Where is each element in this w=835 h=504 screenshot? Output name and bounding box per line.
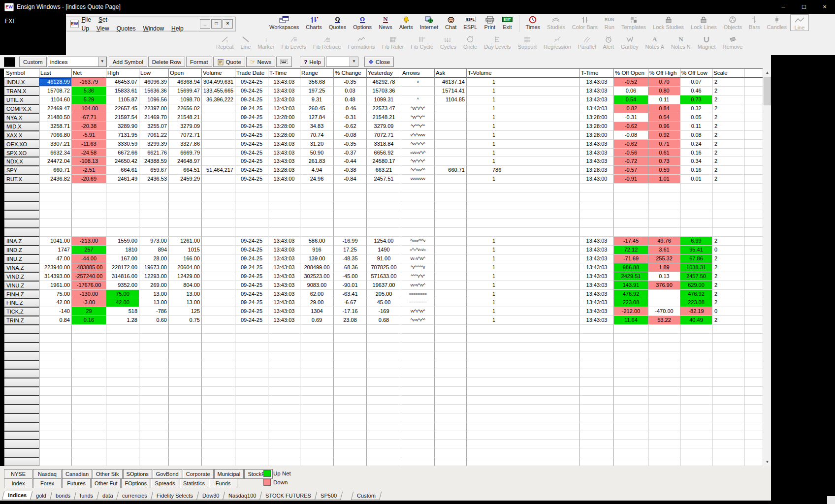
cell-t-volume[interactable] bbox=[467, 210, 580, 219]
cell-arrows[interactable]: ======== bbox=[401, 290, 435, 299]
cell-low[interactable]: 13.00 bbox=[139, 290, 169, 299]
cell-volume[interactable] bbox=[202, 325, 235, 334]
cell-net[interactable] bbox=[72, 413, 106, 422]
cell-net[interactable] bbox=[72, 378, 106, 387]
cell-t-volume[interactable]: 1 bbox=[467, 263, 580, 272]
cell-t-time[interactable] bbox=[268, 431, 300, 440]
cell-t-volume[interactable] bbox=[467, 219, 580, 228]
cell-range[interactable]: 24.96 bbox=[300, 175, 334, 184]
cell-high[interactable]: 6672.66 bbox=[106, 149, 139, 158]
cell-ask[interactable] bbox=[435, 457, 467, 466]
cell-volume[interactable] bbox=[202, 104, 235, 113]
cell-t-time[interactable] bbox=[580, 422, 614, 431]
cell-t-time[interactable]: 13:43:03 bbox=[580, 95, 614, 104]
cell--off-open[interactable]: 0.54 bbox=[614, 95, 648, 104]
cell-arrows[interactable] bbox=[401, 448, 435, 457]
cell-open[interactable]: 1098.70 bbox=[169, 95, 202, 104]
col-header-arrows[interactable]: Arrows bbox=[401, 69, 435, 78]
cell--off-low[interactable] bbox=[680, 431, 712, 440]
cell-t-volume[interactable]: 1 bbox=[467, 246, 580, 254]
cell-symbol[interactable] bbox=[4, 210, 39, 219]
cell-t-volume[interactable] bbox=[467, 413, 580, 422]
cell--change[interactable]: -0.44 bbox=[334, 157, 367, 166]
cell-scale[interactable]: 2 bbox=[712, 95, 744, 104]
cell-yesterday[interactable]: 7072.71 bbox=[367, 131, 401, 140]
cell-ask[interactable] bbox=[435, 422, 467, 431]
cell-ask[interactable] bbox=[435, 334, 467, 343]
cell-range[interactable] bbox=[300, 210, 334, 219]
cell-t-time[interactable]: 13:43:03 bbox=[580, 87, 614, 95]
cell-range[interactable]: 34.83 bbox=[300, 122, 334, 131]
col-header--off-low[interactable]: % Off Low bbox=[680, 69, 712, 78]
cell-yesterday[interactable]: 2457.51 bbox=[367, 175, 401, 184]
cell--change[interactable]: -0.35 bbox=[334, 140, 367, 149]
cell-trade-date[interactable]: 09-24-25 bbox=[235, 157, 268, 166]
cell--off-open[interactable] bbox=[614, 440, 648, 448]
cell-symbol[interactable]: SPY bbox=[4, 166, 39, 175]
cell--off-high[interactable] bbox=[648, 413, 680, 422]
cell-ask[interactable]: 1104.85 bbox=[435, 95, 467, 104]
cell-net[interactable] bbox=[72, 387, 106, 396]
cell-range[interactable]: 356.68 bbox=[300, 78, 334, 87]
tab-sp500[interactable]: SP500 bbox=[315, 492, 343, 500]
cell-t-time[interactable] bbox=[268, 448, 300, 457]
cell-yesterday[interactable] bbox=[367, 369, 401, 378]
cell--off-open[interactable]: 11.64 bbox=[614, 316, 648, 325]
cell-ask[interactable] bbox=[435, 254, 467, 263]
cell-t-volume[interactable]: 1 bbox=[467, 104, 580, 113]
cell-scale[interactable] bbox=[712, 448, 744, 457]
cell-symbol[interactable] bbox=[4, 192, 39, 201]
cell-yesterday[interactable] bbox=[367, 201, 401, 210]
cell-t-volume[interactable] bbox=[467, 369, 580, 378]
market-button-forex[interactable]: Forex bbox=[33, 478, 62, 488]
cell-high[interactable]: 228172.00 bbox=[106, 263, 139, 272]
cell-yesterday[interactable]: 1490 bbox=[367, 246, 401, 254]
cell-low[interactable] bbox=[139, 369, 169, 378]
cell-volume[interactable] bbox=[202, 457, 235, 466]
cell-trade-date[interactable] bbox=[235, 431, 268, 440]
cell--off-open[interactable]: -0.62 bbox=[614, 140, 648, 149]
cell-scale[interactable]: 2 bbox=[712, 157, 744, 166]
cell-arrows[interactable]: ^v^vvv^^ bbox=[401, 166, 435, 175]
cell-trade-date[interactable]: 09-24-25 bbox=[235, 131, 268, 140]
cell-net[interactable] bbox=[72, 360, 106, 369]
cell-last[interactable] bbox=[39, 351, 72, 360]
cell-high[interactable]: 15833.61 bbox=[106, 87, 139, 95]
tab-stock-futures[interactable]: STOCK FUTURES bbox=[259, 492, 317, 500]
cell-last[interactable] bbox=[39, 369, 72, 378]
cell-high[interactable]: 21597.54 bbox=[106, 113, 139, 122]
scroll-down-icon[interactable]: ▼ bbox=[763, 458, 771, 466]
cell-low[interactable]: 7061.22 bbox=[139, 131, 169, 140]
cell-volume[interactable] bbox=[202, 201, 235, 210]
cell--off-low[interactable] bbox=[680, 413, 712, 422]
cell-t-time[interactable]: 13:43:03 bbox=[580, 104, 614, 113]
cell--off-high[interactable]: 1.89 bbox=[648, 263, 680, 272]
add-symbol-button[interactable]: Add Symbol bbox=[109, 57, 147, 67]
cell-scale[interactable]: 2 bbox=[712, 78, 744, 87]
cell--off-high[interactable] bbox=[648, 440, 680, 448]
cell-yesterday[interactable] bbox=[367, 360, 401, 369]
scroll-up-icon[interactable]: ▲ bbox=[763, 68, 771, 77]
keyboard-button[interactable] bbox=[276, 57, 292, 67]
cell-last[interactable] bbox=[39, 219, 72, 228]
market-button-index[interactable]: Index bbox=[4, 478, 32, 488]
cell-symbol[interactable] bbox=[4, 351, 39, 360]
cell-trade-date[interactable]: 09-24-25 bbox=[235, 263, 268, 272]
col-header-volume[interactable]: Volume bbox=[202, 69, 235, 78]
menu-view[interactable]: View bbox=[96, 25, 109, 32]
cell-low[interactable]: 46096.39 bbox=[139, 78, 169, 87]
cell-t-time[interactable]: 13:43:03 bbox=[580, 316, 614, 325]
col-header-scale[interactable]: Scale bbox=[712, 69, 744, 78]
cell-arrows[interactable]: ^vv^v^v^ bbox=[401, 104, 435, 113]
cell--change[interactable] bbox=[334, 448, 367, 457]
cell-volume[interactable] bbox=[202, 307, 235, 316]
cell--change[interactable] bbox=[334, 405, 367, 413]
cell-scale[interactable] bbox=[712, 351, 744, 360]
cell--off-high[interactable] bbox=[648, 184, 680, 192]
cell-trade-date[interactable] bbox=[235, 378, 268, 387]
cell-scale[interactable] bbox=[712, 184, 744, 192]
market-button-other-fut[interactable]: Other Fut bbox=[91, 478, 121, 488]
cell--off-open[interactable]: -0.52 bbox=[614, 78, 648, 87]
cell--off-high[interactable] bbox=[648, 210, 680, 219]
cell-net[interactable] bbox=[72, 343, 106, 351]
